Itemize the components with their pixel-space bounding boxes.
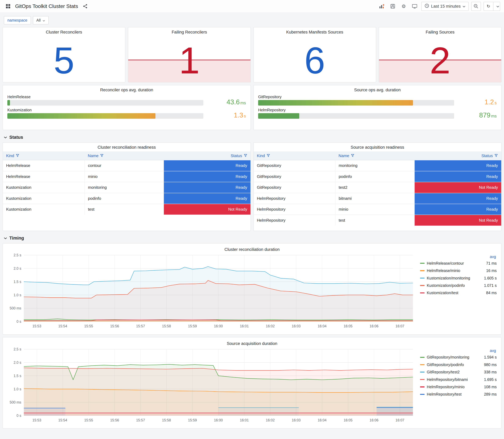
svg-text:0 s: 0 s [16,319,21,324]
svg-text:15:54: 15:54 [58,324,67,328]
legend-item[interactable]: HelmRepository/bitnami 1.695 s [420,376,497,383]
panel-title[interactable]: Failing Reconcilers [128,27,250,35]
panel-title[interactable]: Reconciler ops avg. duration [3,85,250,93]
filter-funnel-icon[interactable] [100,154,104,157]
gauge-label: HelmRelease [7,95,203,99]
filter-funnel-icon[interactable] [16,154,19,157]
time-series-plot[interactable]: 15:5315:5415:5515:5615:5715:5815:5916:00… [6,346,417,425]
table-row: HelmRepository test Not Ready [254,215,501,225]
panel-title[interactable]: Cluster reconciliation duration [6,245,498,252]
time-range-picker[interactable]: Last 15 minutes [421,2,469,11]
chart-plot-area[interactable]: 15:5315:5415:5515:5615:5715:5815:5916:00… [6,346,417,427]
stat-panel-manifests-sources: Kubernetes Manifests Sources 6 [253,27,376,83]
zoom-out-button[interactable] [471,2,481,11]
filter-funnel-icon[interactable] [351,154,354,157]
refresh-button[interactable]: ↻ [483,2,493,11]
status-badge: Ready [415,160,501,171]
stat-value: 2 [379,35,501,82]
refresh-interval-dropdown[interactable] [493,2,500,11]
series-name: Kustomization/podinfo [427,283,477,288]
legend-item[interactable]: HelmRepository/test 289 ms [420,391,497,398]
legend-item[interactable]: GitRepository/test2 338 ms [420,368,497,376]
panel-title[interactable]: Kubernetes Manifests Sources [254,27,376,35]
panel-title[interactable]: Source acquisition duration [6,339,498,346]
column-header-kind[interactable]: Kind [254,151,335,160]
column-header-name[interactable]: Name [85,151,164,160]
namespace-variable-label[interactable]: namespace [4,16,31,24]
time-series-plot[interactable]: 15:5315:5415:5515:5615:5715:5815:5916:00… [6,252,417,330]
series-avg-value: 71 ms [480,261,497,266]
svg-text:16:00: 16:00 [214,418,223,422]
svg-text:16:07: 16:07 [395,418,404,422]
cell-kind: HelmRepository [254,204,335,215]
svg-text:15:55: 15:55 [84,418,93,422]
dashboard-grid-icon[interactable] [4,2,12,11]
legend-item[interactable]: GitRepository/monitoring 1.594 s [420,354,497,361]
panel-title[interactable]: Cluster reconciliation readiness [3,143,250,150]
svg-text:15:56: 15:56 [110,418,119,422]
panel-title[interactable]: Source acquisition readiness [254,143,501,150]
chart-plot-area[interactable]: 15:5315:5415:5515:5615:5715:5815:5916:00… [6,252,417,333]
legend-item[interactable]: HelmRelease/contour 71 ms [420,260,497,267]
legend-item[interactable]: Kustomization/podinfo 1.071 s [420,282,497,289]
column-header-name[interactable]: Name [335,151,415,160]
series-name: HelmRepository/bitnami [427,377,477,382]
panel-title[interactable]: Source ops avg. duration [254,85,501,93]
column-header-kind[interactable]: Kind [3,151,85,160]
legend-item[interactable]: Kustomization/test 84 ms [420,289,497,297]
cell-kind: GitRepository [254,171,335,182]
svg-text:2.0 s: 2.0 s [14,267,21,270]
save-dashboard-icon[interactable] [389,2,397,11]
svg-text:16:04: 16:04 [318,418,327,422]
stat-value: 5 [3,35,125,82]
top-nav: GitOps Toolkit Cluster Stats ⚙ Last 15 m… [0,0,504,13]
series-name: HelmRelease/contour [427,261,477,266]
column-header-status[interactable]: Status [415,151,501,160]
chevron-down-icon [4,235,7,241]
legend-item[interactable]: GitRepository/podinfo 980 ms [420,361,497,368]
filter-funnel-icon[interactable] [244,154,247,157]
panel-title[interactable]: Failing Sources [379,27,501,35]
legend-item[interactable]: HelmRepository/minio 108 ms [420,383,497,390]
svg-text:1.5 s: 1.5 s [14,374,21,378]
cell-kind: HelmRelease [3,160,85,171]
series-color-dash [420,379,424,380]
gauge-fill [7,100,10,106]
legend-avg-header: avg [420,255,497,259]
legend-item[interactable]: Kustomization/monitoring 1.605 s [420,274,497,282]
add-panel-icon[interactable] [378,2,386,11]
section-timing[interactable]: Timing [4,235,500,241]
chevron-down-icon [43,18,45,23]
page-title: GitOps Toolkit Cluster Stats [15,3,78,9]
chart-panel-cluster-reconciliation: Cluster reconciliation duration 15:5315:… [3,243,502,335]
table-row: Kustomization test Not Ready [3,204,250,215]
filter-funnel-icon[interactable] [267,154,270,157]
tv-cycle-view-icon[interactable] [410,2,419,11]
svg-text:1.5 s: 1.5 s [14,280,21,284]
chevron-down-icon [4,134,7,140]
share-icon[interactable] [81,2,89,11]
gauge-label: Kustomization [7,108,203,112]
cell-kind: HelmRepository [254,215,335,225]
series-avg-value: 980 ms [480,363,497,367]
series-name: Kustomization/monitoring [427,276,477,280]
gauge-panel-reconciler-ops: Reconciler ops avg. duration HelmRelease… [3,85,251,130]
table-row: Kustomization podinfo Ready [3,193,250,204]
namespace-variable-select[interactable]: All [33,16,49,24]
gauge-fill [258,113,299,119]
table-row: GitRepository monitoring Ready [254,160,501,171]
legend-item[interactable]: HelmRelease/minio 16 ms [420,267,497,274]
column-header-status[interactable]: Status [164,151,250,160]
settings-gear-icon[interactable]: ⚙ [399,2,408,11]
status-badge: Ready [164,160,250,171]
filter-funnel-icon[interactable] [494,154,498,157]
series-avg-value: 84 ms [480,291,497,295]
table-row: GitRepository podinfo Ready [254,171,501,182]
svg-text:15:58: 15:58 [162,418,171,422]
status-badge: Not Ready [415,215,501,225]
chart-legend: avg GitRepository/monitoring 1.594 s Git… [417,346,498,427]
section-status[interactable]: Status [4,134,500,140]
cell-kind: Kustomization [3,193,85,204]
svg-text:16:01: 16:01 [240,418,249,422]
panel-title[interactable]: Cluster Reconcilers [3,27,125,35]
